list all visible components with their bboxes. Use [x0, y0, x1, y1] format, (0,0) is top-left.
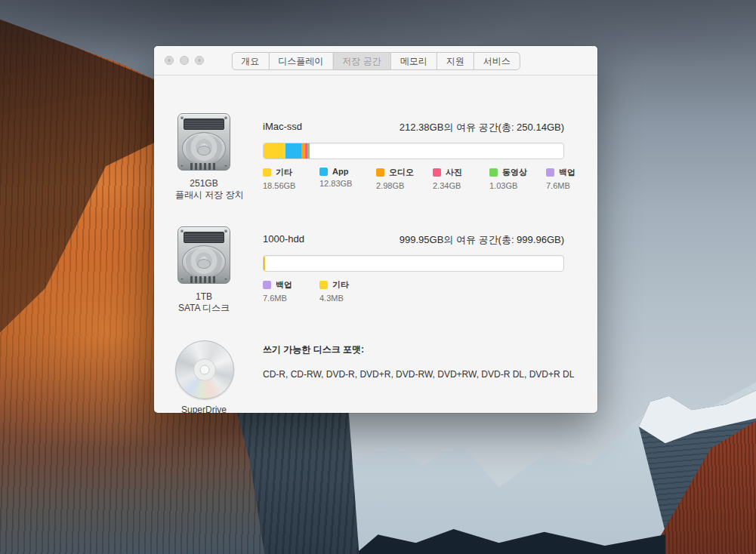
disk2-usage-bar [263, 255, 564, 272]
legend-swatch [376, 168, 384, 177]
tab-5[interactable]: 서비스 [474, 53, 520, 69]
hard-disk-icon[interactable] [175, 226, 233, 287]
legend-item: 백업7.6MB [546, 167, 587, 190]
legend-item: 기타18.56GB [263, 167, 304, 190]
writable-formats-list: CD-R, CD-RW, DVD-R, DVD+R, DVD-RW, DVD+R… [263, 369, 572, 380]
disk1-usage-bar [263, 143, 564, 159]
usage-segment [285, 143, 301, 159]
tab-bar: 개요디스플레이저장 공간메모리지원서비스 [231, 52, 520, 70]
legend-size: 2.98GB [376, 181, 417, 190]
disk2-name: 1000-hdd [263, 233, 304, 247]
hard-disk-icon[interactable] [175, 113, 233, 174]
legend-swatch [263, 281, 271, 289]
tab-4[interactable]: 지원 [437, 53, 474, 69]
legend-swatch [319, 281, 328, 289]
tab-2[interactable]: 저장 공간 [332, 53, 390, 69]
legend-item: 오디오2.98GB [376, 167, 417, 190]
usage-segment [264, 256, 265, 271]
disk2-capacity-label: 1TB [175, 291, 233, 303]
disk1-type-label: 플래시 저장 장치 [175, 189, 233, 201]
writable-formats-title: 쓰기 가능한 디스크 포맷: [263, 343, 572, 356]
legend-label: 사진 [446, 167, 462, 178]
disk1-free-space: 212.38GB의 여유 공간(총: 250.14GB) [400, 121, 564, 134]
usage-segment [264, 143, 285, 159]
optical-disc-icon[interactable] [175, 340, 234, 399]
legend-swatch [263, 168, 271, 177]
legend-label: 백업 [276, 279, 292, 291]
disk1-info: iMac-ssd 212.38GB의 여유 공간(총: 250.14GB) 기타… [263, 121, 564, 190]
legend-item: 백업7.6MB [263, 279, 304, 303]
legend-size: 18.56GB [263, 181, 304, 190]
legend-swatch [489, 168, 498, 177]
disk2-info: 1000-hdd 999.95GB의 여유 공간(총: 999.96GB) 백업… [263, 233, 564, 303]
disk2-legend: 백업7.6MB기타4.3MB [263, 279, 564, 303]
legend-item: 기타4.3MB [319, 279, 360, 303]
legend-label: App [332, 167, 348, 176]
legend-size: 7.6MB [263, 294, 304, 303]
legend-label: 기타 [276, 167, 292, 178]
desktop-wallpaper: 개요디스플레이저장 공간메모리지원서비스 251GB 플래시 저장 장치 iMa… [0, 0, 756, 554]
zoom-button[interactable] [195, 56, 204, 65]
traffic-light-buttons [165, 56, 204, 65]
legend-size: 2.34GB [433, 181, 474, 190]
disk2-free-space: 999.95GB의 여유 공간(총: 999.96GB) [400, 233, 564, 247]
close-button[interactable] [165, 56, 174, 65]
legend-swatch [433, 168, 441, 177]
superdrive-name: SuperDrive [175, 405, 233, 416]
legend-label: 동영상 [502, 167, 527, 178]
minimize-button[interactable] [180, 56, 189, 65]
legend-item: 동영상1.03GB [489, 167, 530, 190]
usage-segment [309, 143, 310, 159]
disk1-legend: 기타18.56GBApp12.83GB오디오2.98GB사진2.34GB동영상1… [263, 167, 564, 190]
tab-1[interactable]: 디스플레이 [268, 53, 332, 69]
legend-label: 백업 [559, 167, 575, 178]
legend-item: 사진2.34GB [433, 167, 474, 190]
tab-3[interactable]: 메모리 [390, 53, 437, 69]
disk2-icon-column: 1TB SATA 디스크 [175, 226, 233, 314]
legend-size: 1.03GB [489, 181, 530, 190]
legend-item: App12.83GB [319, 167, 360, 190]
legend-swatch [319, 168, 328, 176]
legend-size: 4.3MB [319, 294, 360, 303]
disk1-name: iMac-ssd [263, 121, 302, 134]
legend-label: 기타 [332, 279, 349, 291]
superdrive-info: 쓰기 가능한 디스크 포맷: CD-R, CD-RW, DVD-R, DVD+R… [263, 343, 572, 380]
legend-swatch [546, 168, 554, 177]
legend-size: 7.6MB [546, 181, 587, 190]
legend-size: 12.83GB [319, 179, 360, 188]
tab-0[interactable]: 개요 [232, 53, 268, 69]
storage-panel: 251GB 플래시 저장 장치 iMac-ssd 212.38GB의 여유 공간… [154, 75, 597, 413]
disk2-type-label: SATA 디스크 [175, 303, 233, 314]
window-titlebar[interactable]: 개요디스플레이저장 공간메모리지원서비스 [154, 46, 597, 75]
disk1-capacity-label: 251GB [175, 178, 233, 189]
legend-label: 오디오 [389, 167, 414, 178]
about-this-mac-storage-window: 개요디스플레이저장 공간메모리지원서비스 251GB 플래시 저장 장치 iMa… [154, 46, 597, 413]
superdrive-icon-column: SuperDrive [175, 340, 233, 416]
disk1-icon-column: 251GB 플래시 저장 장치 [175, 113, 233, 201]
